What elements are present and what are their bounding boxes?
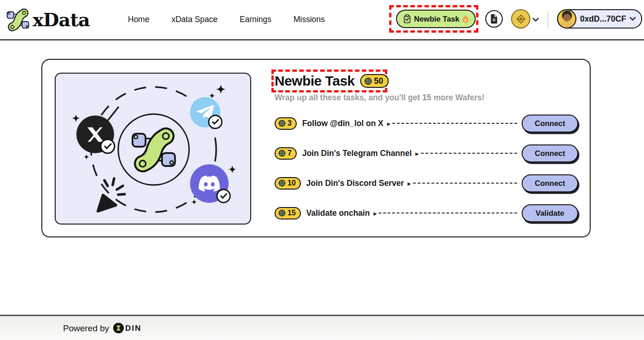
- reward-badge: 50: [360, 74, 389, 88]
- connect-button[interactable]: Connect: [522, 144, 578, 162]
- chevron-down-icon: [630, 17, 636, 21]
- task-row: 3 Follow @din_lol on X ▸ Connect: [275, 114, 578, 133]
- fire-icon: [462, 15, 469, 23]
- document-icon: [489, 14, 499, 24]
- din-link[interactable]: DIN: [113, 323, 141, 334]
- discord-circle-icon: [190, 164, 230, 203]
- points-badge: 10: [275, 177, 301, 190]
- subtitle-prefix: Wrap up all these tasks, and you'll get: [275, 93, 422, 102]
- powered-by-text: Powered by: [63, 323, 109, 333]
- header: xData Home xData Space Earnings Missions…: [0, 0, 644, 40]
- title-row: Newbie Task 50: [275, 71, 578, 91]
- newbie-task-card: Newbie Task 50 Wrap up all these tasks, …: [41, 59, 591, 237]
- footer: Powered by DIN @DIN Data Intelligenc...: [0, 315, 644, 340]
- bnb-chain-icon: [515, 13, 527, 25]
- arrow-right-icon: ▸: [387, 120, 391, 127]
- task-row: 15 Validate onchain ▸ Validate: [275, 204, 578, 222]
- page: xData Home xData Space Earnings Missions…: [0, 0, 644, 340]
- task-row: 10 Join Din's Discord Server ▸ Connect: [275, 174, 578, 192]
- reward-count: 50: [374, 76, 383, 86]
- validate-button[interactable]: Validate: [522, 204, 578, 222]
- telegram-circle-icon: [190, 97, 222, 128]
- din-wordmark: DIN: [125, 323, 141, 333]
- points-value: 15: [288, 209, 296, 217]
- task-row: 7 Join Din's Telegram Channel ▸ Connect: [275, 144, 578, 162]
- dashed-leader: [421, 153, 517, 154]
- nav-xdata-space[interactable]: xData Space: [172, 15, 218, 24]
- newbie-task-button[interactable]: Newbie Task: [396, 10, 476, 28]
- task-label: Join Din's Discord Server: [306, 179, 404, 188]
- network-selector-button[interactable]: [511, 9, 530, 29]
- wafer-icon: [364, 77, 372, 85]
- dashed-leader: [379, 213, 517, 213]
- connect-button[interactable]: Connect: [522, 115, 578, 133]
- arrow-right-icon: ▸: [415, 150, 419, 157]
- wafer-icon: [278, 150, 286, 157]
- points-badge: 3: [275, 117, 297, 130]
- chevron-down-icon[interactable]: [533, 18, 539, 22]
- powered-by: Powered by DIN: [63, 323, 142, 334]
- subtitle-suffix: more Wafers!: [431, 93, 484, 102]
- points-badge: 7: [275, 147, 297, 160]
- dashed-leader: [413, 183, 517, 184]
- orbit-segment: [106, 107, 119, 122]
- subtitle: Wrap up all these tasks, and you'll get …: [275, 93, 578, 103]
- illustration-panel: [55, 73, 251, 225]
- docs-button[interactable]: [485, 10, 503, 28]
- points-value: 7: [288, 149, 292, 157]
- nav-earnings[interactable]: Earnings: [240, 15, 271, 24]
- header-divider: [547, 12, 548, 28]
- wallet-button[interactable]: 0xdD...70CF: [557, 9, 642, 29]
- hero-illustration: [56, 74, 250, 224]
- brand-wordmark: xData: [33, 11, 90, 29]
- points-badge: 15: [275, 207, 301, 219]
- clipboard-check-icon: [403, 14, 411, 23]
- main-nav: Home xData Space Earnings Missions: [128, 0, 325, 39]
- wafer-icon: [278, 120, 286, 127]
- avatar: [557, 9, 576, 29]
- subtitle-highlight: 15: [422, 93, 431, 102]
- din-logo-icon: [113, 323, 124, 334]
- task-label: Validate onchain: [306, 208, 370, 218]
- points-value: 10: [288, 179, 296, 187]
- xdata-logo-icon: [6, 8, 29, 31]
- wafer-icon: [278, 179, 286, 187]
- nav-missions[interactable]: Missions: [293, 15, 325, 24]
- task-label: Join Din's Telegram Channel: [302, 149, 412, 158]
- task-panel: Newbie Task 50 Wrap up all these tasks, …: [275, 71, 578, 222]
- cursor-icon: [98, 179, 125, 211]
- connect-button[interactable]: Connect: [522, 174, 578, 192]
- x-circle-icon: [76, 115, 115, 153]
- wafer-icon: [278, 209, 286, 217]
- dashed-leader: [392, 123, 517, 124]
- page-title: Newbie Task: [275, 73, 355, 89]
- arrow-right-icon: ▸: [374, 210, 377, 217]
- arrow-right-icon: ▸: [408, 180, 411, 187]
- task-label: Follow @din_lol on X: [302, 119, 384, 128]
- points-value: 3: [288, 119, 292, 127]
- wallet-address: 0xdD...70CF: [576, 14, 630, 24]
- newbie-task-label: Newbie Task: [414, 15, 460, 23]
- brand-logo[interactable]: xData: [6, 8, 90, 31]
- nav-home[interactable]: Home: [128, 15, 150, 24]
